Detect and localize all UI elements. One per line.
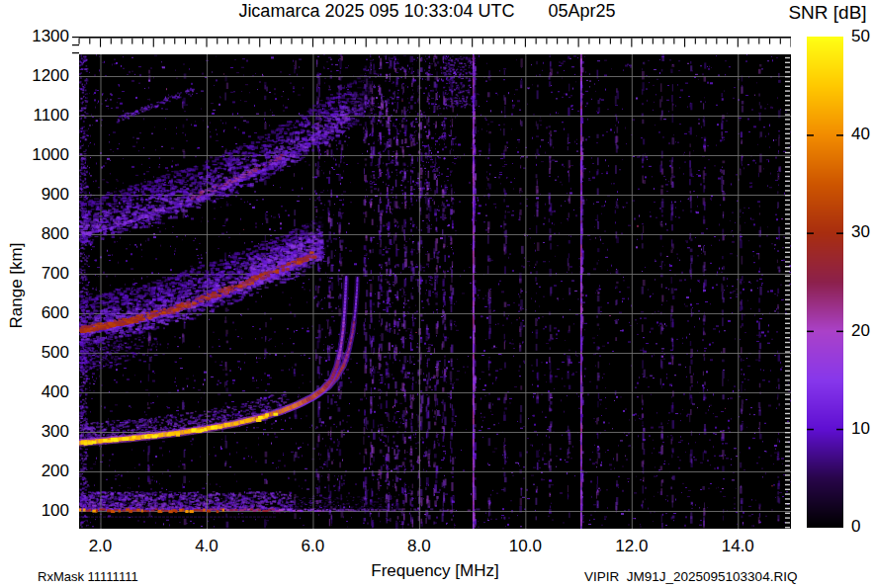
x-tick-label: 12.0 xyxy=(615,537,648,556)
colorbar-tick-label: 50 xyxy=(851,27,870,46)
x-tick-label: 10.0 xyxy=(509,537,542,556)
y-tick-label: 800 xyxy=(14,224,69,244)
y-tick-label: 900 xyxy=(14,185,69,205)
colorbar-tick-label: 30 xyxy=(851,222,870,242)
y-tick-label: 500 xyxy=(14,343,69,363)
colorbar-tick-label: 10 xyxy=(851,419,870,439)
x-tick-label: 14.0 xyxy=(722,537,754,556)
title-text: Jicamarca 2025 095 10:33:04 UTC xyxy=(238,1,514,22)
y-tick-label: 100 xyxy=(14,501,69,521)
x-tick-label: 2.0 xyxy=(89,537,113,556)
x-tick-label: 8.0 xyxy=(407,537,431,556)
y-tick-label: 1000 xyxy=(14,145,69,165)
y-tick-label: 1300 xyxy=(14,27,69,46)
colorbar-tick-label: 40 xyxy=(851,125,870,144)
x-tick-label: 4.0 xyxy=(195,537,218,556)
colorbar-title: SNR [dB] xyxy=(781,2,874,24)
colorbar-canvas xyxy=(807,37,843,528)
y-tick-label: 400 xyxy=(14,382,69,402)
rx-mask-label: RxMask 11111111 xyxy=(38,569,138,584)
file-id-label: VIPIR JM91J_2025095103304.RIQ xyxy=(584,569,797,584)
plot-title: Jicamarca 2025 095 10:33:04 UTC 05Apr25 xyxy=(71,1,783,22)
y-tick-label: 1200 xyxy=(14,66,69,86)
ionogram-figure: Jicamarca 2025 095 10:33:04 UTC 05Apr25 … xyxy=(0,0,874,588)
y-tick-label: 1100 xyxy=(14,106,69,126)
y-tick-label: 200 xyxy=(14,462,69,481)
ionogram-canvas xyxy=(69,37,791,529)
colorbar-tick-label: 20 xyxy=(851,321,870,341)
y-tick-label: 700 xyxy=(14,264,69,284)
y-tick-label: 600 xyxy=(14,303,69,323)
colorbar-tick-label: 0 xyxy=(851,517,860,537)
title-date: 05Apr25 xyxy=(549,1,616,22)
y-tick-label: 300 xyxy=(14,422,69,442)
x-tick-label: 6.0 xyxy=(302,537,325,556)
